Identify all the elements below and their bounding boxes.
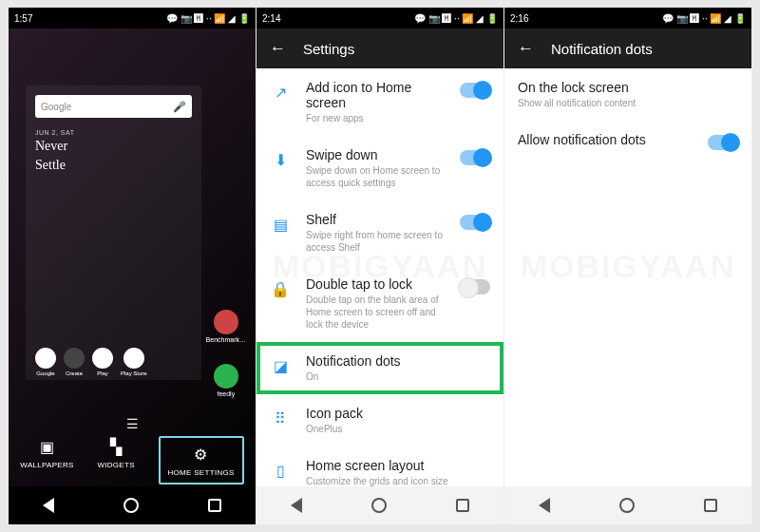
nav-bar [256, 486, 504, 524]
nav-back-icon[interactable] [539, 498, 550, 513]
app-bar: ← Settings [256, 28, 504, 68]
switch-shelf[interactable] [460, 215, 490, 230]
back-arrow-icon[interactable]: ← [518, 39, 534, 58]
layout-icon: ▯ [270, 460, 291, 481]
widgets-icon: ▚ [105, 436, 126, 457]
nav-home-icon[interactable] [124, 498, 139, 513]
status-bar: 2:16 💬 📷 🅼 ·· 📶 ◢ 🔋 [504, 8, 751, 28]
app-play[interactable]: Play [92, 348, 113, 376]
phone-3-notification-dots: 2:16 💬 📷 🅼 ·· 📶 ◢ 🔋 ← Notification dots … [504, 8, 752, 524]
row-shelf[interactable]: ▤ ShelfSwipe right from home screen to a… [256, 200, 504, 265]
row-swipe-down[interactable]: ⬇ Swipe downSwipe down on Home screen to… [256, 136, 504, 200]
back-arrow-icon[interactable]: ← [270, 39, 286, 58]
switch-double-tap[interactable] [460, 279, 490, 294]
nav-recents-icon[interactable] [456, 499, 469, 512]
nav-bar [504, 486, 751, 524]
status-time: 1:57 [14, 13, 32, 24]
app-google[interactable]: Google [35, 348, 56, 376]
status-icons: 💬 📷 🅼 ·· 📶 ◢ 🔋 [414, 13, 498, 24]
nav-recents-icon[interactable] [704, 499, 717, 512]
notification-dot-icon: ◪ [270, 355, 291, 376]
google-logo: Google [41, 102, 71, 112]
switch-allow-dots[interactable] [708, 135, 738, 150]
nav-recents-icon[interactable] [208, 499, 221, 512]
mic-icon[interactable]: 🎤 [173, 101, 186, 113]
row-icon-pack[interactable]: ⠿ Icon packOnePlus [256, 394, 504, 446]
row-lock-screen[interactable]: On the lock screenShow all notification … [504, 68, 751, 121]
home-settings-button[interactable]: ⚙HOME SETTINGS [159, 436, 244, 484]
nav-back-icon[interactable] [43, 498, 54, 513]
status-time: 2:16 [510, 13, 528, 24]
widgets-button[interactable]: ▚WIDGETS [97, 436, 134, 484]
nav-bar [9, 486, 256, 524]
overview-card[interactable]: Google 🎤 JUN 2, SAT Never Settle Google … [26, 86, 201, 380]
phone-1-launcher-overview: 1:57 💬 📷 🅼 ·· 📶 ◢ 🔋 Google 🎤 JUN 2, SAT … [8, 8, 256, 524]
status-bar: 2:14 💬 📷 🅼 ·· 📶 ◢ 🔋 [256, 8, 504, 28]
app-feedly[interactable]: feedly [214, 364, 238, 397]
app-playstore[interactable]: Play Store [121, 348, 147, 376]
status-bar: 1:57 💬 📷 🅼 ·· 📶 ◢ 🔋 [9, 8, 256, 28]
grid-icon: ⠿ [270, 408, 291, 428]
shelf-icon: ▤ [270, 214, 291, 235]
app-benchmark[interactable]: Benchmark… [206, 310, 246, 343]
status-icons: 💬 📷 🅼 ·· 📶 ◢ 🔋 [662, 13, 746, 24]
slogan-line1: Never [35, 138, 192, 155]
switch-swipe-down[interactable] [460, 150, 490, 165]
wallpapers-button[interactable]: ▣WALLPAPERS [20, 436, 73, 484]
google-search-bar[interactable]: Google 🎤 [35, 95, 192, 118]
slogan-line2: Settle [35, 157, 192, 174]
status-icons: 💬 📷 🅼 ·· 📶 ◢ 🔋 [166, 13, 250, 24]
nav-home-icon[interactable] [619, 498, 635, 513]
row-double-tap-lock[interactable]: 🔒 Double tap to lockDouble tap on the bl… [256, 265, 504, 342]
date-label: JUN 2, SAT [35, 129, 192, 136]
wallpaper-icon: ▣ [37, 436, 58, 457]
switch-add-icon[interactable] [460, 83, 490, 98]
lock-icon: 🔒 [270, 278, 291, 299]
status-time: 2:14 [262, 13, 280, 24]
row-notification-dots[interactable]: ◪ Notification dotsOn [256, 342, 504, 394]
watermark: MOBIGYAAN [521, 248, 735, 285]
page-title: Settings [303, 41, 354, 57]
page-title: Notification dots [551, 41, 653, 57]
app-create[interactable]: Create [64, 348, 85, 376]
gear-icon: ⚙ [191, 444, 212, 465]
app-bar: ← Notification dots [504, 28, 751, 68]
drawer-handle-icon[interactable]: ☰ [126, 416, 139, 431]
nav-back-icon[interactable] [291, 498, 302, 513]
nav-home-icon[interactable] [371, 498, 387, 513]
phone-2-launcher-settings: 2:14 💬 📷 🅼 ·· 📶 ◢ 🔋 ← Settings ↗ Add ico… [256, 8, 504, 524]
open-icon: ↗ [270, 82, 291, 103]
download-icon: ⬇ [270, 149, 291, 170]
row-add-icon[interactable]: ↗ Add icon to Home screenFor new apps [256, 68, 504, 136]
row-allow-dots[interactable]: Allow notification dots [504, 121, 751, 172]
